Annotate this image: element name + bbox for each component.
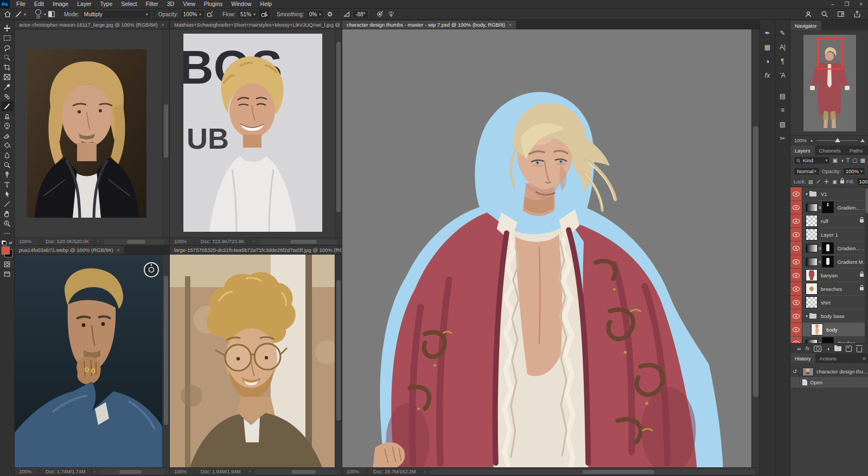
doc-size[interactable]: Doc: 723.9K/723.9K xyxy=(195,238,251,245)
add-layer-mask-icon[interactable] xyxy=(814,346,821,352)
lock-artboard-icon[interactable]: ▣ xyxy=(832,179,837,185)
vertical-scrollbar[interactable] xyxy=(335,29,342,237)
layer-row-body-base[interactable]: ▾body base xyxy=(790,309,868,323)
lock-transparency-icon[interactable]: ▨ xyxy=(808,179,813,185)
layer-row-banyan[interactable]: banyan xyxy=(790,269,868,282)
zoom-in-icon[interactable] xyxy=(860,139,865,142)
tab-actions[interactable]: Actions xyxy=(815,353,841,363)
smart-object-filter-icon[interactable]: ▩ xyxy=(860,157,865,163)
layer-visibility-toggle[interactable] xyxy=(790,242,802,255)
layer-thumbnail[interactable] xyxy=(806,296,818,308)
smoothing-input[interactable]: 0%▾ xyxy=(306,10,324,19)
edit-toolbar-icon[interactable] xyxy=(1,229,14,238)
reference-photo-glasses[interactable] xyxy=(170,255,342,467)
close-tab-icon[interactable]: × xyxy=(117,247,119,253)
swatches-panel-icon[interactable]: ▦ xyxy=(761,40,774,54)
airbrush-icon[interactable] xyxy=(259,9,270,19)
tab-paths[interactable]: Paths xyxy=(845,145,867,155)
horizontal-scrollbar[interactable] xyxy=(104,239,165,244)
brush-angle-input[interactable]: -88° xyxy=(352,10,368,19)
doc-size[interactable]: Doc: 520.0K/520.0K xyxy=(40,238,95,245)
lock-all-icon[interactable] xyxy=(840,180,844,183)
layer-row-layer-1[interactable]: Layer 1 xyxy=(790,228,868,242)
new-adjustment-layer-icon[interactable]: ◑ xyxy=(826,346,829,352)
gradient-thumbnail[interactable] xyxy=(806,204,818,212)
layer-row-gradient-map-1[interactable]: 8Gradient Map 1 xyxy=(790,255,868,269)
timeline-panel-icon[interactable]: ✂ xyxy=(776,131,789,145)
layer-mask-thumbnail[interactable] xyxy=(822,242,834,254)
glyphs-panel-icon[interactable]: ’A xyxy=(776,68,789,82)
clone-stamp-tool-icon[interactable] xyxy=(1,111,14,121)
layer-mask-thumbnail[interactable] xyxy=(822,201,834,213)
slider-thumb[interactable] xyxy=(835,138,840,142)
shape-filter-icon[interactable]: ▢ xyxy=(852,157,857,163)
gradient-thumbnail[interactable] xyxy=(806,244,818,252)
layer-blend-mode-select[interactable]: Normal▾ xyxy=(794,167,820,175)
vertical-scrollbar[interactable] xyxy=(751,29,760,467)
horizontal-scrollbar[interactable] xyxy=(430,469,755,474)
zoom-level[interactable]: 100% xyxy=(19,469,37,474)
status-chevron-icon[interactable]: › xyxy=(253,239,254,244)
document-tab[interactable]: actor-christopher-mason-16117_large.jpg … xyxy=(15,21,169,29)
history-state-row[interactable]: Open xyxy=(790,377,868,388)
smoothing-gear-icon[interactable] xyxy=(324,9,335,19)
lock-pixels-icon[interactable] xyxy=(816,179,821,184)
marquee-tool-icon[interactable] xyxy=(1,33,14,43)
styles-panel-icon[interactable]: fx xyxy=(761,68,774,82)
layer-name[interactable]: breeches xyxy=(821,286,842,292)
brushes-panel-icon[interactable]: ✒ xyxy=(761,26,774,40)
layer-thumbnail[interactable] xyxy=(806,269,818,281)
canvas-area[interactable]: BOS UB xyxy=(170,29,342,237)
document-tab[interactable]: pua14fo03ab71.webp @ 100% (RGB/8#) × xyxy=(15,246,124,254)
layer-visibility-toggle[interactable] xyxy=(790,214,802,227)
collapse-caret-icon[interactable]: ▾ xyxy=(806,192,808,196)
brush-tool-icon[interactable] xyxy=(1,101,14,111)
share-icon[interactable] xyxy=(852,9,863,19)
panel-menu-icon[interactable]: ≡ xyxy=(860,353,868,363)
navigator-preview[interactable] xyxy=(790,30,868,135)
search-icon[interactable] xyxy=(819,9,830,19)
eraser-tool-icon[interactable] xyxy=(1,131,14,141)
adjustments-panel-icon[interactable]: ◑ xyxy=(761,54,774,68)
layer-opacity-input[interactable]: 100%▾ xyxy=(843,167,865,175)
layer-row-gradien-copy-5[interactable]: 8Gradien... copy 5 xyxy=(790,337,868,343)
paint-symmetry-icon[interactable] xyxy=(386,9,397,19)
scrollbar-thumb[interactable] xyxy=(336,280,341,421)
layer-row-ruff[interactable]: ruff xyxy=(790,214,868,228)
healing-brush-tool-icon[interactable] xyxy=(1,92,14,101)
menu-type[interactable]: Type xyxy=(95,0,117,8)
tab-channels[interactable]: Channels xyxy=(815,145,845,155)
horizontal-scrollbar[interactable] xyxy=(255,469,337,474)
layer-visibility-toggle[interactable] xyxy=(790,323,802,336)
menu-image[interactable]: Image xyxy=(48,0,73,8)
layer-visibility-toggle[interactable] xyxy=(790,269,802,282)
layer-mask-thumbnail[interactable] xyxy=(822,337,834,343)
layer-thumbnail[interactable] xyxy=(806,215,818,227)
layer-row-gradien-1-copy[interactable]: 8Gradien... 1 copy xyxy=(790,201,868,214)
tab-layers[interactable]: Layers xyxy=(790,145,815,155)
swap-colors-icon[interactable]: ⇄ xyxy=(9,240,12,245)
foreground-color-swatch[interactable] xyxy=(2,246,10,255)
layer-name[interactable]: ruff xyxy=(821,218,828,224)
path-selection-tool-icon[interactable] xyxy=(1,189,14,199)
layer-name[interactable]: Layer 1 xyxy=(821,232,838,238)
gradient-thumbnail[interactable] xyxy=(806,339,818,344)
reference-photo-christopher-mason[interactable] xyxy=(27,49,146,218)
canvas-area[interactable] xyxy=(15,29,169,237)
screen-mode-icon[interactable] xyxy=(1,269,14,279)
toggle-brush-settings-icon[interactable] xyxy=(46,9,57,19)
horizontal-scrollbar[interactable] xyxy=(259,239,337,244)
history-brush-source-icon[interactable]: ↺ xyxy=(790,366,800,377)
account-icon[interactable] xyxy=(803,9,814,19)
scrollbar-thumb[interactable] xyxy=(753,126,758,397)
layer-name[interactable]: body xyxy=(826,327,838,333)
new-group-icon[interactable] xyxy=(834,346,841,351)
line-tool-icon[interactable] xyxy=(1,199,14,209)
gradient-thumbnail[interactable] xyxy=(806,258,818,266)
layer-row-v1[interactable]: ▾V1 xyxy=(790,187,868,201)
menu-plugins[interactable]: Plugins xyxy=(200,0,227,8)
layer-name[interactable]: body base xyxy=(821,313,845,319)
menu-select[interactable]: Select xyxy=(117,0,141,8)
layer-visibility-toggle[interactable] xyxy=(790,187,802,200)
quick-mask-icon[interactable] xyxy=(1,259,14,269)
